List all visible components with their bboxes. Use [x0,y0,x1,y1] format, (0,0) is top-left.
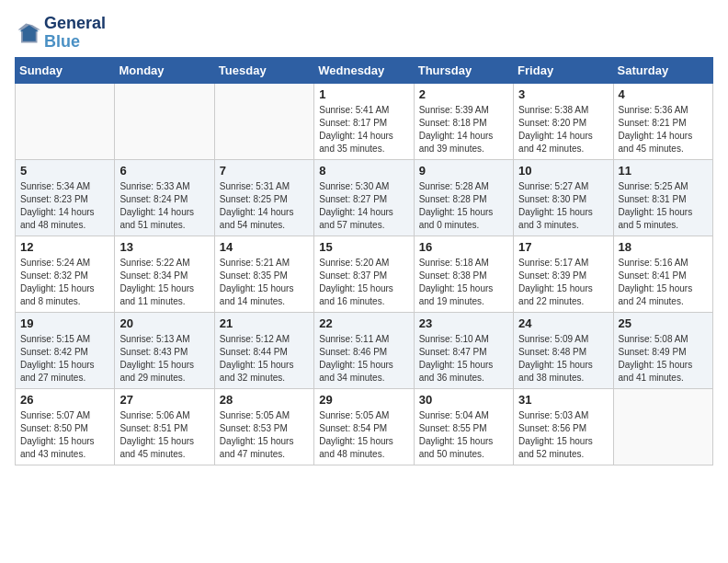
day-number: 8 [319,164,408,178]
calendar-cell: 27Sunrise: 5:06 AMSunset: 8:51 PMDayligh… [115,388,214,465]
day-number: 20 [119,316,209,330]
col-header-saturday: Saturday [613,57,712,83]
calendar-cell: 31Sunrise: 5:03 AMSunset: 8:56 PMDayligh… [514,388,613,465]
day-number: 3 [518,87,608,101]
day-number: 18 [619,240,708,254]
calendar-cell: 9Sunrise: 5:28 AMSunset: 8:28 PMDaylight… [414,159,513,236]
day-info: Sunrise: 5:34 AMSunset: 8:23 PMDaylight:… [20,180,109,232]
day-number: 30 [419,393,508,407]
day-number: 9 [419,164,508,178]
day-info: Sunrise: 5:13 AMSunset: 8:43 PMDaylight:… [119,333,209,385]
calendar-cell: 1Sunrise: 5:41 AMSunset: 8:17 PMDaylight… [314,83,414,159]
calendar-cell: 3Sunrise: 5:38 AMSunset: 8:20 PMDaylight… [514,83,613,159]
calendar-week-row: 5Sunrise: 5:34 AMSunset: 8:23 PMDaylight… [16,159,713,236]
day-info: Sunrise: 5:39 AMSunset: 8:18 PMDaylight:… [419,104,508,155]
calendar-header-row: SundayMondayTuesdayWednesdayThursdayFrid… [16,57,713,83]
day-info: Sunrise: 5:28 AMSunset: 8:28 PMDaylight:… [419,180,508,232]
calendar-cell [613,388,712,465]
day-number: 4 [619,87,708,101]
day-number: 28 [220,393,309,407]
calendar-cell: 13Sunrise: 5:22 AMSunset: 8:34 PMDayligh… [115,236,214,312]
calendar-cell: 25Sunrise: 5:08 AMSunset: 8:49 PMDayligh… [613,312,712,388]
page-header: General Blue [15,15,713,52]
day-info: Sunrise: 5:08 AMSunset: 8:49 PMDaylight:… [619,333,708,385]
day-info: Sunrise: 5:30 AMSunset: 8:27 PMDaylight:… [319,180,408,232]
calendar-cell: 16Sunrise: 5:18 AMSunset: 8:38 PMDayligh… [414,236,513,312]
logo-icon [15,20,40,46]
day-info: Sunrise: 5:04 AMSunset: 8:55 PMDaylight:… [419,409,508,461]
day-number: 31 [518,393,608,407]
logo: General Blue [15,15,106,52]
col-header-tuesday: Tuesday [214,57,313,83]
calendar-cell: 15Sunrise: 5:20 AMSunset: 8:37 PMDayligh… [314,236,414,312]
day-info: Sunrise: 5:11 AMSunset: 8:46 PMDaylight:… [319,333,408,385]
day-number: 21 [220,316,309,330]
day-number: 16 [419,240,508,254]
col-header-monday: Monday [115,57,214,83]
day-info: Sunrise: 5:17 AMSunset: 8:39 PMDaylight:… [518,257,608,308]
day-number: 24 [518,316,608,330]
day-info: Sunrise: 5:09 AMSunset: 8:48 PMDaylight:… [518,333,608,385]
logo-text: General Blue [44,15,106,52]
day-info: Sunrise: 5:31 AMSunset: 8:25 PMDaylight:… [220,180,309,232]
day-info: Sunrise: 5:22 AMSunset: 8:34 PMDaylight:… [119,257,209,308]
day-info: Sunrise: 5:03 AMSunset: 8:56 PMDaylight:… [518,409,608,461]
day-number: 5 [20,164,109,178]
calendar-week-row: 1Sunrise: 5:41 AMSunset: 8:17 PMDaylight… [16,83,713,159]
col-header-thursday: Thursday [414,57,513,83]
day-number: 7 [220,164,309,178]
calendar-cell: 19Sunrise: 5:15 AMSunset: 8:42 PMDayligh… [16,312,115,388]
day-info: Sunrise: 5:25 AMSunset: 8:31 PMDaylight:… [619,180,708,232]
col-header-sunday: Sunday [16,57,115,83]
calendar-cell: 20Sunrise: 5:13 AMSunset: 8:43 PMDayligh… [115,312,214,388]
calendar-cell: 4Sunrise: 5:36 AMSunset: 8:21 PMDaylight… [613,83,712,159]
calendar-cell: 23Sunrise: 5:10 AMSunset: 8:47 PMDayligh… [414,312,513,388]
calendar-cell [16,83,115,159]
day-info: Sunrise: 5:20 AMSunset: 8:37 PMDaylight:… [319,257,408,308]
day-number: 12 [20,240,109,254]
day-number: 6 [119,164,209,178]
calendar-cell: 11Sunrise: 5:25 AMSunset: 8:31 PMDayligh… [613,159,712,236]
day-info: Sunrise: 5:05 AMSunset: 8:54 PMDaylight:… [319,409,408,461]
calendar-cell: 30Sunrise: 5:04 AMSunset: 8:55 PMDayligh… [414,388,513,465]
calendar-cell: 8Sunrise: 5:30 AMSunset: 8:27 PMDaylight… [314,159,414,236]
calendar-cell: 5Sunrise: 5:34 AMSunset: 8:23 PMDaylight… [16,159,115,236]
day-number: 26 [20,393,109,407]
calendar-cell: 12Sunrise: 5:24 AMSunset: 8:32 PMDayligh… [16,236,115,312]
day-number: 1 [319,87,408,101]
calendar-cell: 21Sunrise: 5:12 AMSunset: 8:44 PMDayligh… [214,312,313,388]
day-number: 25 [619,316,708,330]
day-info: Sunrise: 5:21 AMSunset: 8:35 PMDaylight:… [220,257,309,308]
calendar-week-row: 12Sunrise: 5:24 AMSunset: 8:32 PMDayligh… [16,236,713,312]
day-info: Sunrise: 5:12 AMSunset: 8:44 PMDaylight:… [220,333,309,385]
day-info: Sunrise: 5:07 AMSunset: 8:50 PMDaylight:… [20,409,109,461]
day-info: Sunrise: 5:27 AMSunset: 8:30 PMDaylight:… [518,180,608,232]
day-number: 10 [518,164,608,178]
calendar-cell: 6Sunrise: 5:33 AMSunset: 8:24 PMDaylight… [115,159,214,236]
col-header-wednesday: Wednesday [314,57,414,83]
calendar-week-row: 26Sunrise: 5:07 AMSunset: 8:50 PMDayligh… [16,388,713,465]
calendar-cell: 17Sunrise: 5:17 AMSunset: 8:39 PMDayligh… [514,236,613,312]
day-info: Sunrise: 5:15 AMSunset: 8:42 PMDaylight:… [20,333,109,385]
day-info: Sunrise: 5:38 AMSunset: 8:20 PMDaylight:… [518,104,608,155]
calendar-cell: 29Sunrise: 5:05 AMSunset: 8:54 PMDayligh… [314,388,414,465]
calendar-cell: 2Sunrise: 5:39 AMSunset: 8:18 PMDaylight… [414,83,513,159]
day-info: Sunrise: 5:36 AMSunset: 8:21 PMDaylight:… [619,104,708,155]
calendar-cell [115,83,214,159]
calendar-cell: 28Sunrise: 5:05 AMSunset: 8:53 PMDayligh… [214,388,313,465]
calendar-cell: 26Sunrise: 5:07 AMSunset: 8:50 PMDayligh… [16,388,115,465]
day-number: 15 [319,240,408,254]
calendar-cell [214,83,313,159]
day-info: Sunrise: 5:10 AMSunset: 8:47 PMDaylight:… [419,333,508,385]
day-info: Sunrise: 5:16 AMSunset: 8:41 PMDaylight:… [619,257,708,308]
calendar-cell: 24Sunrise: 5:09 AMSunset: 8:48 PMDayligh… [514,312,613,388]
day-info: Sunrise: 5:18 AMSunset: 8:38 PMDaylight:… [419,257,508,308]
day-info: Sunrise: 5:24 AMSunset: 8:32 PMDaylight:… [20,257,109,308]
day-number: 2 [419,87,508,101]
calendar-week-row: 19Sunrise: 5:15 AMSunset: 8:42 PMDayligh… [16,312,713,388]
calendar-table: SundayMondayTuesdayWednesdayThursdayFrid… [15,57,713,465]
calendar-cell: 14Sunrise: 5:21 AMSunset: 8:35 PMDayligh… [214,236,313,312]
day-info: Sunrise: 5:33 AMSunset: 8:24 PMDaylight:… [119,180,209,232]
day-number: 14 [220,240,309,254]
day-number: 19 [20,316,109,330]
